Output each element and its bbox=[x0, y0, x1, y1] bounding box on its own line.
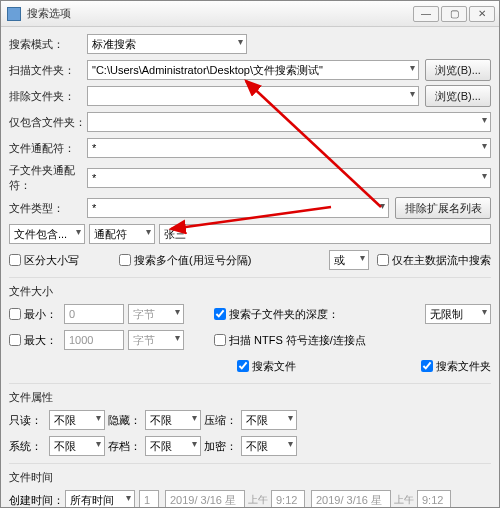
max-checkbox[interactable] bbox=[9, 334, 21, 346]
min-label: 最小： bbox=[24, 307, 64, 322]
attr-group-label: 文件属性 bbox=[9, 390, 491, 405]
host-only-checkbox[interactable] bbox=[377, 254, 389, 266]
encrypted-label: 加密： bbox=[201, 439, 241, 454]
encrypted-select[interactable]: 不限 bbox=[241, 436, 297, 456]
depth-label: 搜索子文件夹的深度： bbox=[229, 307, 339, 322]
sub-wildcard-label: 子文件夹通配符： bbox=[9, 163, 87, 193]
scan-folder-input[interactable] bbox=[87, 60, 419, 80]
compressed-label: 压缩： bbox=[201, 413, 241, 428]
exclude-folder-input[interactable] bbox=[87, 86, 419, 106]
created-count[interactable] bbox=[139, 490, 159, 508]
case-sensitive-checkbox[interactable] bbox=[9, 254, 21, 266]
max-label: 最大： bbox=[24, 333, 64, 348]
max-unit-select[interactable]: 字节 bbox=[128, 330, 184, 350]
min-input[interactable] bbox=[64, 304, 124, 324]
file-wildcard-input[interactable] bbox=[87, 138, 491, 158]
type-label: 文件类型： bbox=[9, 201, 87, 216]
depth-checkbox[interactable] bbox=[214, 308, 226, 320]
search-folders-checkbox[interactable] bbox=[421, 360, 433, 372]
app-icon bbox=[7, 7, 21, 21]
readonly-label: 只读： bbox=[9, 413, 49, 428]
search-files-label: 搜索文件 bbox=[252, 359, 296, 374]
archive-label: 存档： bbox=[105, 439, 145, 454]
max-input[interactable] bbox=[64, 330, 124, 350]
created-label: 创建时间： bbox=[9, 493, 65, 508]
ntfs-label: 扫描 NTFS 符号连接/连接点 bbox=[229, 333, 366, 348]
search-mode-select[interactable]: 标准搜索 bbox=[87, 34, 247, 54]
case-sensitive-label: 区分大小写 bbox=[24, 253, 79, 268]
system-label: 系统： bbox=[9, 439, 49, 454]
time-group-label: 文件时间 bbox=[9, 470, 491, 485]
system-select[interactable]: 不限 bbox=[49, 436, 105, 456]
depth-select[interactable]: 无限制 bbox=[425, 304, 491, 324]
close-button[interactable]: ✕ bbox=[469, 6, 495, 22]
ntfs-checkbox[interactable] bbox=[214, 334, 226, 346]
browse-button-1[interactable]: 浏览(B)... bbox=[425, 59, 491, 81]
include-only-label: 仅包含文件夹： bbox=[9, 115, 87, 130]
scan-folder-label: 扫描文件夹： bbox=[9, 63, 87, 78]
created-select[interactable]: 所有时间 bbox=[65, 490, 135, 508]
created-date-to[interactable] bbox=[311, 490, 391, 508]
multi-value-checkbox[interactable] bbox=[119, 254, 131, 266]
name-input[interactable] bbox=[159, 224, 491, 244]
sub-wildcard-input[interactable] bbox=[87, 168, 491, 188]
type-input[interactable] bbox=[87, 198, 389, 218]
min-checkbox[interactable] bbox=[9, 308, 21, 320]
include-only-input[interactable] bbox=[87, 112, 491, 132]
am-label-1: 上午 bbox=[248, 493, 268, 507]
minimize-button[interactable]: — bbox=[413, 6, 439, 22]
search-files-checkbox[interactable] bbox=[237, 360, 249, 372]
exclude-folder-label: 排除文件夹： bbox=[9, 89, 87, 104]
search-mode-label: 搜索模式： bbox=[9, 37, 87, 52]
multi-value-label: 搜索多个值(用逗号分隔) bbox=[134, 253, 251, 268]
window-title: 搜索选项 bbox=[27, 6, 411, 21]
hidden-select[interactable]: 不限 bbox=[145, 410, 201, 430]
file-wildcard-label: 文件通配符： bbox=[9, 141, 87, 156]
search-folders-label: 搜索文件夹 bbox=[436, 359, 491, 374]
am-label-2: 上午 bbox=[394, 493, 414, 507]
wildcard-select[interactable]: 通配符 bbox=[89, 224, 155, 244]
host-only-label: 仅在主数据流中搜索 bbox=[392, 253, 491, 268]
or-select[interactable]: 或 bbox=[329, 250, 369, 270]
browse-button-2[interactable]: 浏览(B)... bbox=[425, 85, 491, 107]
size-group-label: 文件大小 bbox=[9, 284, 491, 299]
archive-select[interactable]: 不限 bbox=[145, 436, 201, 456]
min-unit-select[interactable]: 字节 bbox=[128, 304, 184, 324]
hidden-label: 隐藏： bbox=[105, 413, 145, 428]
created-time-to[interactable] bbox=[417, 490, 451, 508]
exclude-ext-button[interactable]: 排除扩展名列表 bbox=[395, 197, 491, 219]
created-date-from[interactable] bbox=[165, 490, 245, 508]
maximize-button[interactable]: ▢ bbox=[441, 6, 467, 22]
readonly-select[interactable]: 不限 bbox=[49, 410, 105, 430]
contain-select[interactable]: 文件包含... bbox=[9, 224, 85, 244]
compressed-select[interactable]: 不限 bbox=[241, 410, 297, 430]
created-time-from[interactable] bbox=[271, 490, 305, 508]
